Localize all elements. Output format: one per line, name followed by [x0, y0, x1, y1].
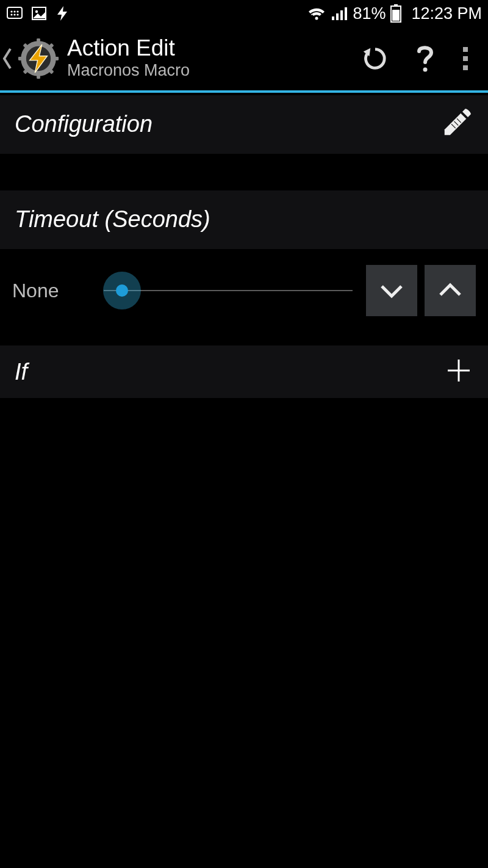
svg-rect-15	[340, 10, 343, 20]
cell-signal-icon	[331, 5, 348, 21]
wifi-icon	[307, 5, 326, 21]
slider-thumb[interactable]	[103, 272, 141, 309]
app-action-bar: Action Edit Macronos Macro	[0, 27, 488, 93]
bbm-icon	[6, 5, 23, 22]
configuration-section-header[interactable]: Configuration	[0, 95, 488, 154]
timeout-value-label: None	[12, 280, 98, 302]
timeout-slider-row: None	[0, 249, 488, 332]
revert-button[interactable]	[350, 27, 400, 90]
svg-rect-13	[332, 16, 334, 20]
svg-point-5	[13, 13, 15, 15]
svg-rect-34	[463, 65, 468, 70]
tasker-app-icon[interactable]	[15, 35, 62, 82]
status-right: 81% 12:23 PM	[307, 4, 482, 23]
image-notification-icon	[30, 5, 48, 22]
svg-rect-0	[7, 7, 22, 18]
svg-point-2	[13, 10, 15, 12]
svg-point-6	[16, 13, 18, 15]
clock-text: 12:23 PM	[411, 4, 482, 23]
status-left	[6, 5, 70, 22]
svg-rect-33	[463, 56, 468, 61]
status-bar: 81% 12:23 PM	[0, 0, 488, 27]
svg-rect-16	[345, 7, 347, 20]
increment-button[interactable]	[425, 265, 476, 316]
svg-point-31	[423, 68, 428, 72]
if-label: If	[15, 359, 27, 385]
add-condition-icon[interactable]	[444, 356, 473, 388]
gap-1	[0, 154, 488, 190]
flash-icon	[55, 5, 70, 22]
title-block: Action Edit Macronos Macro	[65, 37, 350, 80]
svg-point-4	[10, 13, 12, 15]
help-button[interactable]	[400, 27, 450, 90]
if-section-header[interactable]: If	[0, 345, 488, 398]
svg-rect-14	[336, 13, 339, 20]
screen-title: Action Edit	[67, 37, 350, 59]
svg-point-1	[10, 10, 12, 12]
svg-point-8	[35, 10, 38, 13]
back-button[interactable]	[0, 46, 15, 71]
overflow-menu-button[interactable]	[450, 27, 481, 90]
timeout-section-header: Timeout (Seconds)	[0, 190, 488, 249]
svg-rect-19	[392, 10, 400, 21]
battery-percent: 81%	[353, 4, 386, 23]
battery-icon	[390, 4, 401, 23]
edit-pencil-icon[interactable]	[440, 106, 473, 142]
svg-rect-32	[463, 47, 468, 52]
timeout-label: Timeout (Seconds)	[15, 206, 210, 233]
configuration-label: Configuration	[15, 111, 152, 137]
svg-point-3	[16, 10, 18, 12]
slider-track[interactable]	[104, 290, 353, 291]
decrement-button[interactable]	[366, 265, 417, 316]
timeout-slider[interactable]	[104, 290, 353, 291]
screen-subtitle: Macronos Macro	[67, 60, 350, 80]
